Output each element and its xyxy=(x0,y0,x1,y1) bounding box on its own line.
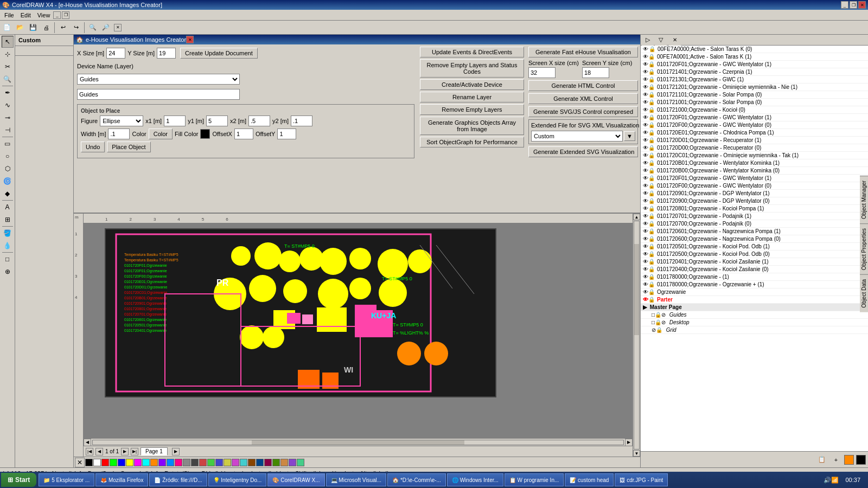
list-item-parter[interactable]: 👁🔒 Parter xyxy=(641,296,868,304)
tool-zoom[interactable]: 🔍 xyxy=(2,73,14,85)
remove-empty-button[interactable]: Remove Empty Layers xyxy=(420,104,524,115)
list-item-guides[interactable]: □🔒⊘ Guides xyxy=(641,311,868,319)
open-button[interactable]: 📂 xyxy=(14,22,26,34)
list-item-masterpage[interactable]: ▶ Master Page xyxy=(641,304,868,311)
y1-input[interactable] xyxy=(206,115,228,126)
taskbar-paint[interactable]: 🖼 cdr.JPG - Paint xyxy=(615,473,668,486)
screen-x-input[interactable] xyxy=(528,67,556,78)
y2-input[interactable] xyxy=(291,115,312,126)
tool-polygon[interactable]: ⬡ xyxy=(2,163,14,175)
canvas-container[interactable]: T= ST#MP5 0 T= ST#MP5 0 T= ST#MP5 0 T= %… xyxy=(84,223,633,438)
list-item[interactable]: 👁🔒 0101721301;Ogrzewanie - GWC (1) xyxy=(641,76,868,84)
obj-mgr-collapse-btn[interactable]: ▽ xyxy=(655,35,667,46)
list-item[interactable]: 👁🔒 0101720F00;Ogrzewanie - GWC Wentylato… xyxy=(641,121,868,129)
palette-darkblue[interactable] xyxy=(215,459,223,466)
scroll-up-arrow[interactable]: ▲ xyxy=(633,214,640,220)
obj-layer-btn[interactable]: 📋 xyxy=(816,454,828,466)
taskbar-coreldraw[interactable]: 🎨 CoreIDRAW X... xyxy=(267,473,324,486)
last-page-btn[interactable]: ▶| xyxy=(131,448,138,455)
taskbar-visual[interactable]: 💻 Microsoft Visual... xyxy=(326,473,387,486)
screen-y-input[interactable] xyxy=(582,67,609,78)
scroll-left-btn[interactable]: ◀ xyxy=(84,439,91,446)
x1-input[interactable] xyxy=(164,115,186,126)
palette-cyan[interactable] xyxy=(142,459,150,466)
first-page-btn[interactable]: |◀ xyxy=(86,448,93,455)
list-item[interactable]: 👁🔒 0101720801;Ogrzewanie - Kocioł Pompa … xyxy=(641,205,868,213)
palette-orange[interactable] xyxy=(150,459,158,466)
list-item[interactable]: 👁🔒 0101720601;Ogrzewanie - Nagrzewnica P… xyxy=(641,228,868,235)
palette-olive[interactable] xyxy=(224,459,231,466)
x2-input[interactable] xyxy=(248,115,270,126)
taskbar-ehouse[interactable]: 🏠 *D:\e-Comm\e-... xyxy=(387,473,446,486)
list-item[interactable]: 👁🔒 0101720701;Ogrzewanie - Podajnik (1) xyxy=(641,213,868,220)
taskbar-windows-inter[interactable]: 🌐 Windows Inter... xyxy=(447,473,503,486)
taskbar-custom-head[interactable]: 📝 custom head xyxy=(565,473,614,486)
palette-red[interactable] xyxy=(101,459,109,466)
list-item[interactable]: 👁🔒 0101720E01;Ogrzewanie - Chłodnica Pom… xyxy=(641,129,868,137)
list-item[interactable]: 👁🔒 0101720400;Ogrzewanie - Kocioł Zasila… xyxy=(641,266,868,273)
scroll-right-btn[interactable]: ▶ xyxy=(625,439,633,446)
offsety-input[interactable] xyxy=(277,129,296,139)
prev-page-btn[interactable]: ◀ xyxy=(95,448,103,455)
offsetx-input[interactable] xyxy=(234,129,253,139)
restore-button[interactable]: ❐ xyxy=(850,1,857,9)
new-button[interactable]: 📄 xyxy=(1,22,13,34)
vscroll-track[interactable] xyxy=(634,221,640,450)
undo-button[interactable]: ↩ xyxy=(57,22,69,34)
dialog-titlebar[interactable]: 🏠 e-House Visualisation Images Creator ✕ xyxy=(74,35,640,44)
generate-fast-button[interactable]: Generate Fast eHouse Visualisation xyxy=(528,47,638,57)
save-button[interactable]: 💾 xyxy=(27,22,39,34)
list-item[interactable]: 👁🔒 0101720D00;Ogrzewanie - Recuperator (… xyxy=(641,144,868,152)
list-item[interactable]: 👁🔒 0101721001;Ogrzewanie - Solar Pompa (… xyxy=(641,99,868,106)
device-text-input[interactable] xyxy=(77,89,240,100)
palette-tan[interactable] xyxy=(280,459,288,466)
next-page-btn[interactable]: ▶ xyxy=(121,448,129,455)
tool-eyedropper[interactable]: 💧 xyxy=(2,240,14,252)
palette-lime[interactable] xyxy=(272,459,280,466)
obj-new-layer-btn[interactable]: + xyxy=(830,454,842,466)
list-item[interactable]: 👁🔒 0101720C01;Ogrzewanie - Ominięcie wym… xyxy=(641,152,868,159)
sort-object-button[interactable]: Sort ObjectGraph for Performance xyxy=(420,137,524,147)
tool-interactive[interactable]: ⊕ xyxy=(2,266,14,278)
taskbar-source[interactable]: 📄 Źródło: file:///D... xyxy=(149,473,207,486)
no-fill-btn[interactable]: ✕ xyxy=(75,458,85,467)
tool-text[interactable]: A xyxy=(2,201,14,213)
update-events-button[interactable]: Update Events & DirectEvents xyxy=(420,47,524,57)
tool-dimension[interactable]: ⊸ xyxy=(2,112,14,124)
generate-extended-btn[interactable]: Generate Extended SVG Visualization xyxy=(528,146,638,157)
zoom-in-button[interactable]: 🔍 xyxy=(87,22,99,34)
rename-layer-button[interactable]: Rename Layer xyxy=(420,92,524,102)
tool-ellipse[interactable]: ○ xyxy=(2,150,14,162)
palette-yellow[interactable] xyxy=(126,459,133,466)
list-item[interactable]: 👁🔒 0101720F00;Ogrzewanie - GWC Wentylato… xyxy=(641,182,868,190)
start-button[interactable]: ⊞ Start xyxy=(1,473,36,487)
palette-violet[interactable] xyxy=(232,459,239,466)
palette-navy[interactable] xyxy=(256,459,264,466)
remove-empty-status-button[interactable]: Remove Empty Layers and Status Codes xyxy=(420,59,524,78)
tool-select[interactable]: ↖ xyxy=(2,36,14,48)
extended-dropdown-btn[interactable]: ▼ xyxy=(624,131,635,141)
tool-freehand[interactable]: ✒ xyxy=(2,87,14,99)
extended-dropdown[interactable]: Custom xyxy=(531,131,623,142)
tool-shape[interactable]: ⊹ xyxy=(2,48,14,60)
list-item[interactable]: 👁🔒 0101720B00;Ogrzewanie - Wentylator Ko… xyxy=(641,167,868,175)
dialog-close[interactable]: ✕ xyxy=(186,36,194,43)
palette-darkred[interactable] xyxy=(199,459,207,466)
hscroll-track[interactable] xyxy=(92,440,624,445)
palette-lavender[interactable] xyxy=(289,459,296,466)
create-update-button[interactable]: Create Update Document xyxy=(180,48,258,59)
vtab-object-data[interactable]: Object Data xyxy=(860,274,868,312)
app-restore[interactable]: ❐ xyxy=(62,11,69,19)
palette-maroon[interactable] xyxy=(264,459,272,466)
obj-mgr-expand-btn[interactable]: ▷ xyxy=(642,35,654,46)
palette-blue[interactable] xyxy=(118,459,125,466)
scroll-down-arrow[interactable]: ▼ xyxy=(633,450,640,457)
vscroll-thumb[interactable] xyxy=(634,244,639,335)
list-item[interactable]: 👁 🔒 00FE7A0000;Active - Salon Taras K (0… xyxy=(641,46,868,53)
generate-graphics-button[interactable]: Generate Graphics Objects Array from Ima… xyxy=(420,117,524,135)
list-item[interactable]: 👁🔒 0101720F01;Ogrzewanie - GWC Wentylato… xyxy=(641,61,868,68)
menu-view[interactable]: View xyxy=(34,11,54,20)
redo-button[interactable]: ↪ xyxy=(70,22,82,34)
list-item[interactable]: 👁🔒 00FE7A0001;Active - Salon Taras K (1) xyxy=(641,53,868,61)
palette-darkgray[interactable] xyxy=(191,459,199,466)
